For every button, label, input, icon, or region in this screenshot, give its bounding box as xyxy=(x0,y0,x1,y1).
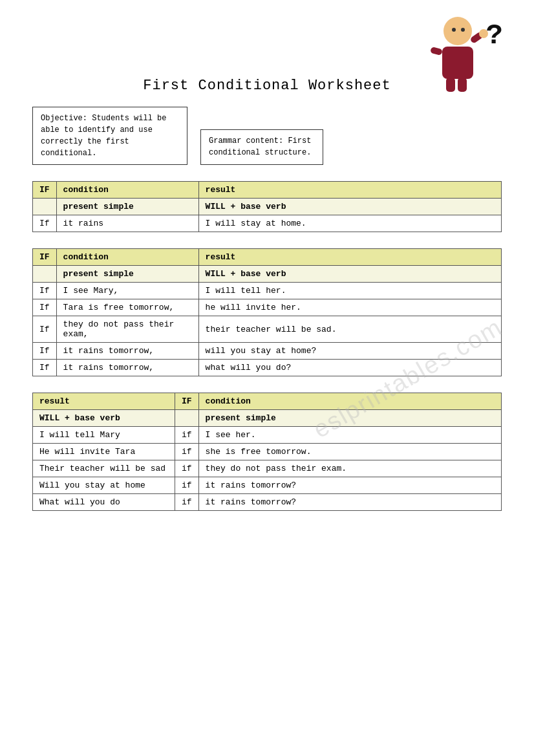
table1-row0-result: I will stay at home. xyxy=(198,215,501,232)
table1-header-condition: condition xyxy=(56,182,198,199)
table1-subheader-row: present simple WILL + base verb xyxy=(33,199,502,215)
svg-rect-6 xyxy=(458,78,467,92)
table3-header-result: result xyxy=(33,393,175,410)
table1-header-row: IF condition result xyxy=(33,182,502,199)
table1-row-0: If it rains I will stay at home. xyxy=(33,215,502,232)
table3-row-4: What will you do if it rains tomorrow? xyxy=(33,494,502,511)
table3-row-3: Will you stay at home if it rains tomorr… xyxy=(33,477,502,494)
table2-row-2: If they do not pass their exam, their te… xyxy=(33,316,502,343)
table3: result IF condition WILL + base verb pre… xyxy=(32,393,502,511)
svg-rect-2 xyxy=(430,47,443,56)
table3-header-if: IF xyxy=(175,393,199,410)
table3-header-row: result IF condition xyxy=(33,393,502,410)
grammar-label: Grammar content: xyxy=(209,136,283,146)
table1-subheader-condition: present simple xyxy=(56,199,198,215)
table3-header-condition: condition xyxy=(198,393,501,410)
svg-point-7 xyxy=(452,28,456,32)
table3-subheader-result: WILL + base verb xyxy=(33,410,175,427)
table1-subheader-result: WILL + base verb xyxy=(198,199,501,215)
svg-rect-1 xyxy=(442,47,473,79)
table2-header-condition: condition xyxy=(56,249,198,266)
table3-subheader-row: WILL + base verb present simple xyxy=(33,410,502,427)
table1-subheader-if xyxy=(33,199,57,215)
table1-header-if: IF xyxy=(33,182,57,199)
table1-row0-if: If xyxy=(33,215,57,232)
table2-row-3: If it rains tomorrow, will you stay at h… xyxy=(33,343,502,360)
table2-subheader-row: present simple WILL + base verb xyxy=(33,266,502,283)
table3-row-2: Their teacher will be sad if they do not… xyxy=(33,460,502,477)
table1-row0-condition: it rains xyxy=(56,215,198,232)
table2-row-4: If it rains tomorrow, what will you do? xyxy=(33,360,502,376)
table2-header-result: result xyxy=(198,249,501,266)
header-section: Objective: Students will be able to iden… xyxy=(32,107,502,165)
table2-row-0: If I see Mary, I will tell her. xyxy=(33,283,502,299)
table2-header-row: IF condition result xyxy=(33,249,502,266)
table2-subheader-condition: present simple xyxy=(56,266,198,283)
table2-header-if: IF xyxy=(33,249,57,266)
svg-point-4 xyxy=(479,29,488,38)
table3-row-0: I will tell Mary if I see her. xyxy=(33,427,502,444)
objective-label: Objective: xyxy=(41,114,87,123)
objective-box: Objective: Students will be able to iden… xyxy=(32,107,187,165)
table2-subheader-if xyxy=(33,266,57,283)
table3-subheader-if xyxy=(175,410,199,427)
table3-row-1: He will invite Tara if she is free tomor… xyxy=(33,444,502,460)
table1: IF condition result present simple WILL … xyxy=(32,181,502,232)
table3-subheader-condition: present simple xyxy=(198,410,501,427)
svg-point-8 xyxy=(461,28,465,32)
grammar-box: Grammar content: First conditional struc… xyxy=(200,129,323,165)
svg-rect-5 xyxy=(446,78,455,92)
table2-subheader-result: WILL + base verb xyxy=(198,266,501,283)
table1-header-result: result xyxy=(198,182,501,199)
character-illustration xyxy=(418,13,495,91)
table2-row-1: If Tara is free tomorrow, he will invite… xyxy=(33,299,502,316)
svg-point-0 xyxy=(443,17,472,45)
table2: IF condition result present simple WILL … xyxy=(32,248,502,376)
